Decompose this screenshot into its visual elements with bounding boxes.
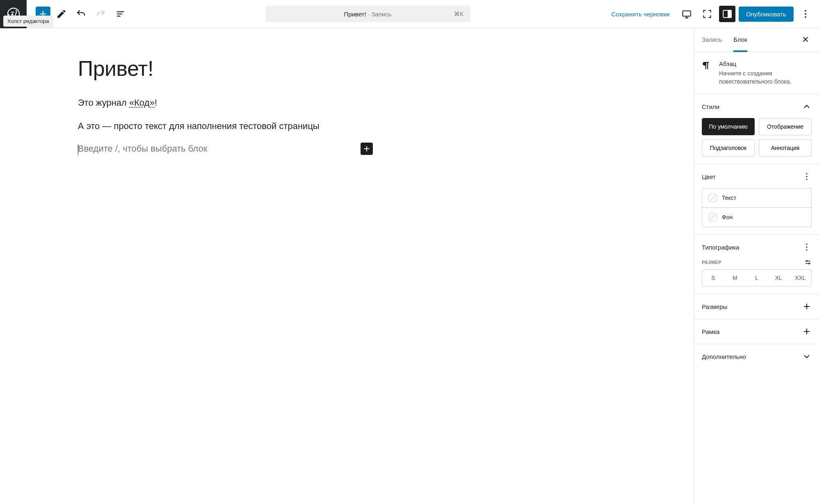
text-cursor bbox=[78, 144, 78, 155]
kebab-icon bbox=[800, 9, 811, 19]
style-default-button[interactable]: По умолчанию bbox=[702, 118, 755, 135]
color-background-button[interactable]: Фон bbox=[702, 208, 812, 227]
settings-sidebar-toggle[interactable] bbox=[719, 6, 735, 22]
more-options-button[interactable] bbox=[797, 5, 814, 23]
publish-button[interactable]: Опубликовать bbox=[739, 7, 794, 22]
wp-logo-button[interactable]: Холст редактора bbox=[0, 0, 27, 28]
plus-icon bbox=[802, 302, 812, 311]
undo-button[interactable] bbox=[73, 5, 90, 23]
panel-color: Цвет Текст Фон bbox=[694, 164, 819, 235]
svg-point-5 bbox=[805, 13, 806, 15]
panel-typography: Типографика РАЗМЕР S M L XL XXL bbox=[694, 235, 819, 294]
list-icon bbox=[115, 9, 126, 19]
svg-point-7 bbox=[806, 173, 807, 175]
block-description: Начните с создания повествовательного бл… bbox=[719, 70, 812, 86]
tab-block[interactable]: Блок bbox=[733, 29, 747, 52]
empty-swatch-icon bbox=[708, 213, 717, 222]
style-subheading-button[interactable]: Подзаголовок bbox=[702, 139, 755, 157]
panel-advanced-header[interactable]: Дополнительно bbox=[702, 352, 812, 361]
size-xxl-button[interactable]: XXL bbox=[790, 270, 811, 286]
edit-mode-button[interactable] bbox=[53, 5, 70, 23]
editor-canvas[interactable]: Привет! Это журнал «Код»! А это — просто… bbox=[0, 28, 694, 504]
paragraph-icon bbox=[702, 60, 712, 71]
block-info: Абзац Начните с создания повествовательн… bbox=[694, 52, 819, 94]
pencil-icon bbox=[56, 9, 67, 19]
block-name: Абзац bbox=[719, 60, 812, 67]
style-display-button[interactable]: Отображение bbox=[759, 118, 812, 135]
size-l-button[interactable]: L bbox=[746, 270, 767, 286]
panel-advanced: Дополнительно bbox=[694, 344, 819, 369]
doc-title: Привет! · Запись bbox=[344, 11, 392, 18]
tab-post[interactable]: Запись bbox=[702, 29, 722, 52]
close-icon bbox=[801, 35, 810, 44]
size-xl-button[interactable]: XL bbox=[768, 270, 790, 286]
kebab-icon bbox=[802, 172, 812, 182]
svg-rect-3 bbox=[728, 10, 731, 17]
add-block-inline-button[interactable] bbox=[361, 143, 373, 155]
panel-styles-header[interactable]: Стили bbox=[702, 102, 812, 111]
color-text-button[interactable]: Текст bbox=[702, 188, 812, 208]
svg-point-12 bbox=[806, 250, 807, 251]
top-toolbar: Холст редактора Привет! · Запись ⌘K bbox=[0, 0, 819, 28]
svg-point-14 bbox=[809, 263, 810, 264]
block-placeholder[interactable]: Введите /, чтобы выбрать блок bbox=[78, 143, 207, 154]
svg-point-8 bbox=[806, 176, 807, 177]
svg-point-9 bbox=[806, 179, 807, 180]
document-overview-button[interactable] bbox=[112, 5, 129, 23]
svg-point-4 bbox=[805, 10, 806, 11]
redo-icon bbox=[95, 9, 106, 19]
paragraph-block[interactable]: Это журнал «Код»! bbox=[78, 96, 373, 109]
size-m-button[interactable]: M bbox=[724, 270, 746, 286]
chevron-up-icon bbox=[802, 102, 812, 111]
panel-color-header[interactable]: Цвет bbox=[702, 172, 812, 182]
fullscreen-button[interactable] bbox=[699, 5, 716, 23]
panel-dimensions: Размеры bbox=[694, 294, 819, 319]
panel-border-header[interactable]: Рамка bbox=[702, 327, 812, 336]
settings-sidebar: Запись Блок Абзац Начните с создания пов… bbox=[694, 28, 819, 504]
panel-typography-header[interactable]: Типографика bbox=[702, 242, 812, 252]
panel-border: Рамка bbox=[694, 319, 819, 344]
sidebar-icon bbox=[722, 9, 733, 19]
size-label: РАЗМЕР bbox=[702, 260, 721, 265]
doc-shortcut: ⌘K bbox=[454, 11, 463, 17]
panel-dimensions-header[interactable]: Размеры bbox=[702, 302, 812, 311]
panel-styles: Стили По умолчанию Отображение Подзаголо… bbox=[694, 94, 819, 164]
svg-point-10 bbox=[806, 244, 807, 245]
svg-point-13 bbox=[806, 261, 808, 262]
post-title[interactable]: Привет! bbox=[78, 57, 373, 80]
kebab-icon bbox=[802, 242, 812, 252]
svg-point-11 bbox=[806, 247, 807, 248]
tooltip-canvas: Холст редактора bbox=[3, 16, 53, 27]
plus-icon bbox=[362, 144, 371, 153]
svg-point-6 bbox=[805, 16, 806, 18]
save-draft-button[interactable]: Сохранить черновик bbox=[606, 7, 675, 21]
chevron-down-icon bbox=[802, 352, 812, 361]
view-desktop-button[interactable] bbox=[678, 5, 695, 23]
style-annotation-button[interactable]: Аннотация bbox=[759, 139, 812, 157]
plus-icon bbox=[802, 327, 812, 336]
svg-rect-1 bbox=[683, 11, 691, 16]
undo-icon bbox=[76, 9, 86, 19]
fullscreen-icon bbox=[702, 9, 712, 19]
paragraph-block[interactable]: А это — просто текст для наполнения тест… bbox=[78, 119, 373, 133]
redo-button[interactable] bbox=[92, 5, 109, 23]
empty-swatch-icon bbox=[708, 193, 717, 202]
size-segments: S M L XL XXL bbox=[702, 269, 812, 286]
size-s-button[interactable]: S bbox=[702, 270, 724, 286]
sliders-icon[interactable] bbox=[804, 259, 812, 266]
document-bar[interactable]: Привет! · Запись ⌘K bbox=[265, 6, 470, 22]
close-sidebar-button[interactable] bbox=[799, 33, 812, 47]
desktop-icon bbox=[681, 9, 692, 19]
